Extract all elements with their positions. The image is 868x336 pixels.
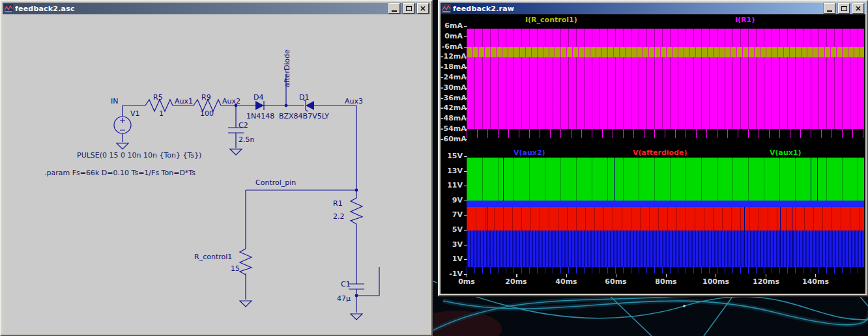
y-tick-label: -48mA — [441, 115, 463, 122]
maximize-button[interactable] — [403, 3, 414, 14]
schematic-window: feedback2.asc — [0, 0, 433, 336]
ref-r5[interactable]: R5 — [153, 93, 163, 102]
y-axis-ticks — [464, 26, 467, 141]
maximize-button[interactable] — [838, 3, 850, 14]
trace-area-vaux2-top — [467, 201, 864, 207]
minimize-button[interactable] — [824, 3, 835, 14]
resistor-r1[interactable] — [351, 198, 362, 224]
ref-r-control1[interactable]: R_control1 — [194, 253, 232, 261]
waveform-canvas[interactable]: I(R_control1) I(R1) 6mA 0mA -6mA -12mA -… — [441, 14, 865, 294]
value-r-control1[interactable]: 15 — [231, 264, 240, 273]
net-label-aux3[interactable]: Aux3 — [345, 97, 363, 105]
y-tick-label: 5V — [441, 226, 463, 234]
y-tick-label: -42mA — [441, 104, 463, 112]
spice-directive-param[interactable]: .param Fs=66k D=0.10 Ts=1/Fs Ton=D*Ts — [44, 169, 195, 177]
spike — [817, 158, 818, 201]
trace-spikes-vaux2 — [467, 267, 864, 273]
spike — [503, 158, 504, 201]
trace-area-vaux2 — [467, 231, 864, 267]
close-icon — [856, 6, 861, 11]
value-c2[interactable]: 2.5n — [239, 135, 254, 144]
y-tick-label: -54mA — [441, 125, 463, 133]
x-tick-label: 80ms — [653, 277, 679, 286]
spike — [614, 158, 615, 201]
spike — [811, 158, 811, 201]
trace-area-ircontrol1 — [467, 47, 864, 57]
value-c1[interactable]: 47µ — [337, 294, 351, 303]
y-tick-label: -18mA — [441, 63, 463, 71]
x-tick-label: 0ms — [454, 277, 480, 286]
schematic-canvas[interactable]: IN Aux1 Aux2 Aux3 afterDiode Control_pin… — [3, 14, 430, 333]
schematic-titlebar[interactable]: feedback2.asc — [3, 3, 430, 14]
value-d4[interactable]: 1N4148 — [246, 112, 274, 120]
spike — [780, 207, 781, 268]
trace-area-vaux1 — [467, 158, 864, 201]
trace-spikes-ir1 — [467, 129, 864, 138]
y-tick-label: -60mA — [441, 135, 463, 143]
spike — [487, 207, 487, 268]
net-label-in[interactable]: IN — [111, 97, 118, 105]
ref-d4[interactable]: D4 — [253, 93, 263, 102]
value-d1[interactable]: BZX84B7V5LY — [279, 112, 329, 120]
y-tick-label: -30mA — [441, 84, 463, 92]
spike — [744, 207, 745, 268]
minimize-icon — [392, 10, 397, 12]
spike — [792, 207, 792, 268]
net-label-aux2[interactable]: Aux2 — [222, 97, 240, 105]
ref-r9[interactable]: R9 — [201, 93, 211, 102]
y-tick-label: 11V — [441, 182, 463, 189]
minimize-button[interactable] — [388, 3, 400, 14]
trace-legend-ir1[interactable]: I(R1) — [735, 16, 755, 24]
y-tick-label: 1V — [441, 255, 463, 263]
waveform-titlebar[interactable]: feedback2.raw — [441, 3, 865, 14]
value-r9[interactable]: 100 — [200, 109, 214, 118]
app-icon — [4, 4, 13, 13]
trace-legend-vaux2[interactable]: V(aux2) — [514, 148, 545, 157]
value-r5[interactable]: 1 — [159, 109, 164, 118]
trace-area-ir1 — [467, 29, 864, 129]
value-r1[interactable]: 2.2 — [333, 212, 345, 221]
ref-c1[interactable]: C1 — [341, 280, 351, 288]
y-tick-label: 6mA — [441, 22, 463, 30]
trace-area-vafterdiode — [467, 207, 864, 231]
y-tick-label: -12mA — [441, 53, 463, 61]
y-tick-label: 13V — [441, 167, 463, 175]
maximize-icon — [841, 6, 847, 11]
trace-legend-vafterdiode[interactable]: V(afterdiode) — [633, 148, 687, 157]
waveform-window: feedback2.raw I(R_control1) I(R1) 6mA 0m… — [438, 0, 868, 296]
source-pulse-text[interactable]: PULSE(0 15 0 10n 10n {Ton} {Ts}) — [77, 151, 201, 160]
ref-r1[interactable]: R1 — [333, 199, 343, 208]
voltage-source-v1[interactable] — [114, 117, 131, 149]
close-button[interactable] — [417, 3, 429, 14]
close-icon — [420, 6, 426, 11]
x-tick-label: 60ms — [603, 277, 629, 286]
trace-legend-ircontrol1[interactable]: I(R_control1) — [525, 16, 577, 24]
y-tick-label: 0mA — [441, 33, 463, 40]
x-tick-label: 140ms — [802, 277, 828, 286]
maximize-icon — [406, 6, 412, 11]
close-button[interactable] — [852, 3, 864, 14]
net-label-afterdiode[interactable]: afterDiode — [283, 49, 291, 87]
ref-d1[interactable]: D1 — [299, 93, 309, 102]
y-tick-label: 7V — [441, 211, 463, 219]
ref-v1[interactable]: V1 — [130, 109, 140, 118]
x-tick-label: 20ms — [503, 277, 529, 286]
x-tick-label: 100ms — [702, 277, 729, 286]
net-label-control-pin[interactable]: Control_pin — [255, 178, 296, 187]
x-tick-label: 120ms — [753, 277, 779, 286]
x-tick-label: 40ms — [553, 277, 579, 286]
y-axis-ticks — [464, 156, 467, 275]
diode-d4[interactable] — [255, 101, 264, 110]
y-tick-label: -24mA — [441, 74, 463, 81]
trace-legend-vaux1[interactable]: V(aux1) — [770, 148, 802, 157]
y-tick-label: 9V — [441, 197, 463, 204]
y-tick-label: 15V — [441, 152, 463, 160]
minimize-icon — [827, 10, 832, 12]
y-tick-label: -36mA — [441, 94, 463, 102]
net-label-aux1[interactable]: Aux1 — [175, 97, 193, 105]
app-icon — [442, 4, 451, 13]
y-tick-label: 3V — [441, 241, 463, 249]
window-title: feedback2.raw — [453, 5, 821, 13]
y-tick-label: -6mA — [441, 43, 463, 51]
ref-c2[interactable]: C2 — [239, 121, 248, 130]
